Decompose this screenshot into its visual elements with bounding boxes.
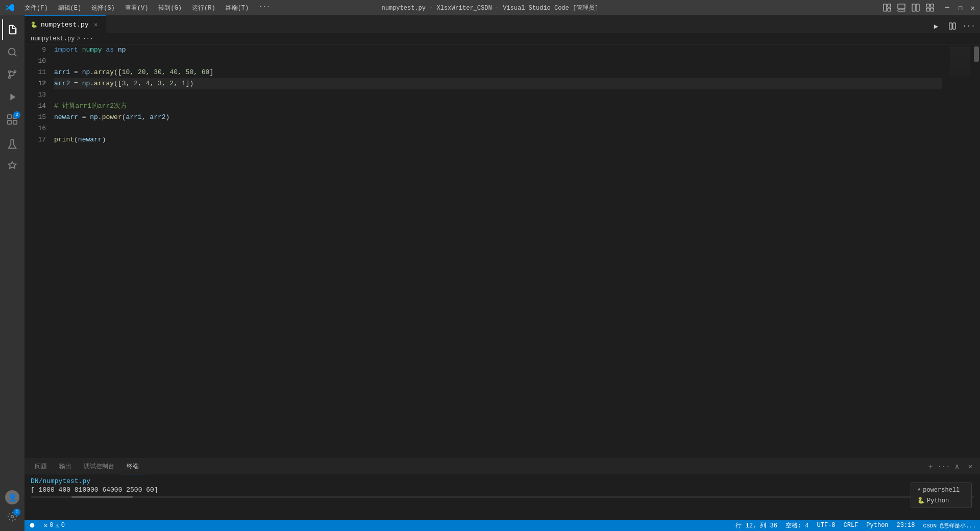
git-icon[interactable] [2,64,22,85]
powershell-label: powershell [923,487,960,494]
menu-terminal[interactable]: 终端(T) [222,3,253,13]
grid-layout-icon[interactable] [926,4,934,12]
panel-close-button[interactable]: ✕ [965,461,976,472]
svg-rect-10 [930,8,934,11]
tab-bar: 🐍 numpytest.py ✕ ▶ ··· [24,15,980,33]
code-line-14: # 计算arr1的arr2次方 [54,101,942,112]
extensions-icon[interactable]: 2 [2,109,22,130]
vertical-scrollbar[interactable] [973,44,980,458]
vscode-logo-icon [5,3,14,12]
powershell-icon: ⚡ [917,486,921,494]
menu-edit[interactable]: 编辑(E) [54,3,86,13]
svg-point-13 [9,77,11,79]
terminal-more-button[interactable]: ··· [938,461,949,472]
more-actions-button[interactable]: ··· [962,19,976,33]
flask-icon[interactable] [2,134,22,154]
python-terminal[interactable]: 🐍 Python [915,496,967,505]
run-debug-icon[interactable] [2,87,22,107]
panel-tab-problems[interactable]: 问题 [29,459,53,474]
svg-point-12 [9,71,11,73]
svg-rect-5 [912,4,915,11]
menu-select[interactable]: 选择(S) [87,3,119,13]
status-bar: ✕ 0 ⚠ 0 行 12, 列 36 空格: 4 UTF-8 CRLF Pyth… [24,520,980,531]
panel-tabs: 问题 输出 调试控制台 终端 ＋ ··· ∧ ✕ [24,459,980,474]
panel-tab-debug[interactable]: 调试控制台 [78,459,120,474]
svg-rect-1 [888,4,891,7]
terminal-scrollbar-thumb[interactable] [71,496,133,498]
code-content[interactable]: import numpy as nparr1 = np.array([10, 2… [50,44,942,458]
powershell-terminal[interactable]: ⚡ powershell [915,485,967,495]
cursor-position[interactable]: 行 12, 列 36 [731,520,781,531]
breadcrumb-sep: > [77,35,80,42]
svg-rect-2 [888,8,891,11]
encoding[interactable]: UTF-8 [813,520,840,531]
split-layout-icon[interactable] [912,4,920,12]
minimap [942,44,973,458]
menu-view[interactable]: 查看(V) [121,3,153,13]
menu-goto[interactable]: 转到(G) [154,3,186,13]
line-ending[interactable]: CRLF [840,520,863,531]
status-bar-right: 行 12, 列 36 空格: 4 UTF-8 CRLF Python 23:18… [731,520,980,531]
svg-rect-9 [926,8,929,11]
svg-rect-3 [898,4,905,9]
minimize-button[interactable]: − [944,3,950,13]
title-bar-right: − ❐ ✕ [883,3,975,13]
editor-area: 🐍 numpytest.py ✕ ▶ ··· numpytest.py > ··… [24,15,980,531]
python-terminal-icon: 🐍 [917,497,925,504]
tab-label: numpytest.py [41,21,89,29]
svg-rect-0 [884,4,887,11]
tab-close-button[interactable]: ✕ [92,20,100,29]
new-terminal-button[interactable]: ＋ [925,461,936,472]
indentation[interactable]: 空格: 4 [781,520,813,531]
svg-rect-18 [13,120,17,124]
svg-rect-8 [930,4,934,7]
menu-more[interactable]: ··· [255,3,274,13]
explorer-icon[interactable] [2,19,22,40]
error-icon: ✕ [44,522,47,529]
breadcrumb-path: ··· [83,35,94,42]
search-icon[interactable] [2,42,22,62]
title-bar: 文件(F) 编辑(E) 选择(S) 查看(V) 转到(G) 运行(R) 终端(T… [0,0,980,15]
code-line-12: arr2 = np.array([3, 2, 4, 3, 2, 1]) [54,78,942,89]
settings-badge: 1 [13,509,20,516]
extensions2-icon[interactable] [2,156,22,177]
close-button[interactable]: ✕ [971,4,975,12]
remote-indicator[interactable] [24,520,40,531]
terminal-list: ⚡ powershell 🐍 Python [911,482,972,508]
terminal-scrollbar[interactable]: | [31,496,974,500]
tab-numpytest[interactable]: 🐍 numpytest.py ✕ [24,15,106,33]
warning-icon: ⚠ [55,522,59,529]
clock: 23:18 [893,520,919,531]
panel-tab-output[interactable]: 输出 [53,459,78,474]
error-count[interactable]: ✕ 0 ⚠ 0 [40,520,69,531]
scrollbar-thumb[interactable] [974,46,979,62]
svg-rect-15 [8,115,11,118]
split-editor-button[interactable] [945,19,960,33]
svg-rect-17 [8,120,11,124]
svg-rect-22 [953,23,955,29]
tab-bar-actions: ▶ ··· [925,19,980,33]
menu-bar: 文件(F) 编辑(E) 选择(S) 查看(V) 转到(G) 运行(R) 终端(T… [20,3,274,13]
menu-run[interactable]: 运行(R) [188,3,219,13]
error-number: 0 [50,522,53,529]
code-line-15: newarr = np.power(arr1, arr2) [54,112,942,123]
code-line-17: print(newarr) [54,134,942,146]
menu-file[interactable]: 文件(F) [20,3,52,13]
svg-rect-6 [916,4,919,11]
account-icon[interactable]: 👤 [5,490,19,504]
language-mode[interactable]: Python [862,520,892,531]
panel-tab-terminal[interactable]: 终端 [120,459,145,474]
layout-icon[interactable] [883,4,891,12]
settings-icon[interactable]: 1 [2,506,22,527]
code-line-13 [54,89,942,101]
restore-button[interactable]: ❐ [958,4,962,12]
warning-number: 0 [61,522,65,529]
source-info: CSDN @怎样是小... [919,520,980,531]
run-file-button[interactable]: ▶ [929,19,943,33]
python-file-icon: 🐍 [31,21,38,28]
panel-layout-icon[interactable] [897,4,905,12]
code-line-11: arr1 = np.array([10, 20, 30, 40, 50, 60] [54,67,942,78]
panel-maximize-button[interactable]: ∧ [951,461,963,472]
code-line-9: import numpy as np [54,44,942,56]
main-layout: 2 👤 1 🐍 numpytest.py ✕ ▶ [0,15,980,531]
